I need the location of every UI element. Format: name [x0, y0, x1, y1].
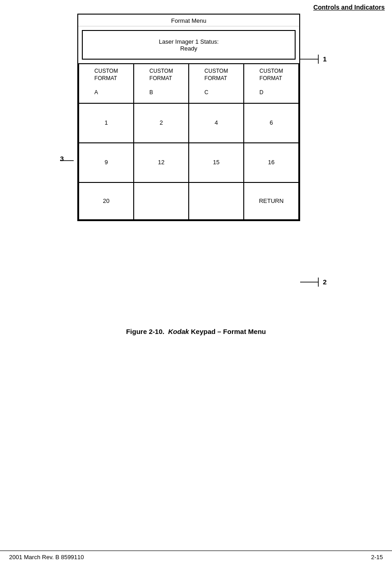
custom-format-b-text: CUSTOMFORMATB — [150, 68, 173, 96]
custom-format-c-text: CUSTOMFORMATC — [205, 68, 228, 96]
cell-1-label: 1 — [105, 119, 108, 127]
cell-empty-2 — [189, 183, 244, 219]
grid-row-custom-formats: CUSTOMFORMATA CUSTOMFORMATB CUSTOMFORMAT… — [79, 63, 298, 103]
svg-text:1: 1 — [323, 55, 327, 63]
cell-20-label: 20 — [103, 197, 109, 205]
cell-12-label: 12 — [158, 159, 164, 167]
cell-6-label: 6 — [270, 119, 273, 127]
status-text: Laser Imager 1 Status: Ready — [159, 38, 219, 52]
annotation-3: 3 — [60, 155, 64, 162]
grid-row-3: 9 12 15 16 — [79, 142, 298, 182]
cell-custom-format-a[interactable]: CUSTOMFORMATA — [79, 64, 134, 103]
page-header-title: Controls and Indicators — [313, 4, 385, 11]
format-menu-box: Format Menu Laser Imager 1 Status: Ready… — [77, 14, 300, 221]
cell-16[interactable]: 16 — [244, 143, 298, 182]
figure-caption: Figure 2-10. Kodak Keypad – Format Menu — [126, 328, 266, 335]
footer-right: 2-15 — [371, 554, 383, 561]
keypad-grid: CUSTOMFORMATA CUSTOMFORMATB CUSTOMFORMAT… — [78, 63, 299, 220]
cell-return[interactable]: RETURN — [244, 183, 298, 219]
grid-row-4: 20 RETURN — [79, 182, 298, 219]
cell-2-label: 2 — [160, 119, 163, 127]
cell-16-label: 16 — [268, 159, 274, 167]
custom-format-d-text: CUSTOMFORMATD — [260, 68, 283, 96]
cell-20[interactable]: 20 — [79, 183, 134, 219]
cell-6[interactable]: 6 — [244, 104, 298, 142]
cell-15-label: 15 — [213, 159, 219, 167]
svg-text:2: 2 — [323, 278, 327, 286]
cell-return-label: RETURN — [259, 197, 283, 205]
outer-wrapper: Format Menu Laser Imager 1 Status: Ready… — [73, 14, 300, 221]
custom-format-a-text: CUSTOMFORMATA — [95, 68, 118, 96]
format-menu-title: Format Menu — [78, 15, 299, 26]
cell-empty-1 — [134, 183, 189, 219]
status-display: Laser Imager 1 Status: Ready — [82, 30, 296, 60]
cell-1[interactable]: 1 — [79, 104, 134, 142]
cell-custom-format-c[interactable]: CUSTOMFORMATC — [189, 64, 244, 103]
cell-custom-format-b[interactable]: CUSTOMFORMATB — [134, 64, 189, 103]
cell-4[interactable]: 4 — [189, 104, 244, 142]
cell-12[interactable]: 12 — [134, 143, 189, 182]
cell-4-label: 4 — [215, 119, 218, 127]
cell-custom-format-d[interactable]: CUSTOMFORMATD — [244, 64, 298, 103]
cell-2[interactable]: 2 — [134, 104, 189, 142]
footer-left: 2001 March Rev. B 8599110 — [9, 554, 84, 561]
grid-row-2: 1 2 4 6 — [79, 103, 298, 142]
diagram-area: Format Menu Laser Imager 1 Status: Ready… — [73, 14, 314, 221]
cell-15[interactable]: 15 — [189, 143, 244, 182]
page-footer: 2001 March Rev. B 8599110 2-15 — [0, 551, 392, 561]
cell-9[interactable]: 9 — [79, 143, 134, 182]
cell-9-label: 9 — [105, 159, 108, 167]
